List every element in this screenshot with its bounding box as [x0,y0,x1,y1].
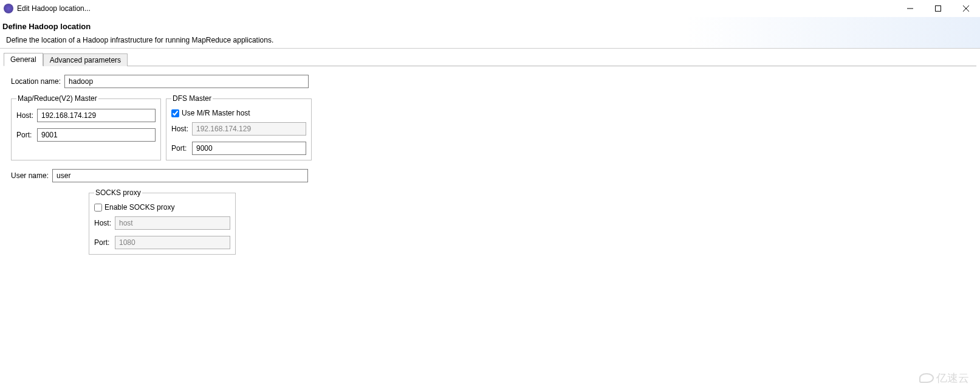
enable-socks-label: Enable SOCKS proxy [105,203,174,212]
tab-general[interactable]: General [4,53,43,66]
svg-rect-1 [936,6,941,12]
use-mr-host-label: Use M/R Master host [182,109,250,117]
use-mr-host-checkbox[interactable] [171,109,179,117]
mr-host-input[interactable] [37,109,156,122]
mr-port-input[interactable] [37,128,156,142]
window-titlebar: Edit Hadoop location... [0,0,980,17]
dfs-master-group: DFS Master Use M/R Master host Host: Por… [166,94,312,160]
socks-host-input [115,216,230,230]
mr-port-label: Port: [16,131,33,139]
wizard-header: Define Hadoop location Define the locati… [0,17,980,49]
dfs-host-label: Host: [171,125,188,133]
enable-socks-checkbox[interactable] [94,204,102,212]
location-name-input[interactable] [64,75,309,88]
tab-general-content: Location name: Map/Reduce(V2) Master Hos… [4,66,976,263]
window-title: Edit Hadoop location... [17,4,91,13]
user-name-input[interactable] [52,169,308,182]
mapreduce-master-legend: Map/Reduce(V2) Master [16,94,98,103]
socks-port-input [115,236,230,249]
location-name-label: Location name: [11,77,61,86]
page-description: Define the location of a Hadoop infrastr… [2,36,978,44]
watermark: 亿速云 [919,371,969,385]
maximize-button[interactable] [924,0,952,17]
mapreduce-master-group: Map/Reduce(V2) Master Host: Port: [11,94,161,160]
mr-host-label: Host: [16,111,33,120]
socks-proxy-group: SOCKS proxy Enable SOCKS proxy Host: Por… [89,188,236,255]
socks-proxy-legend: SOCKS proxy [94,188,142,197]
minimize-button[interactable] [896,0,924,17]
user-name-label: User name: [11,171,49,180]
app-icon [4,4,13,13]
dfs-host-input [192,122,306,136]
tabs-bar: General Advanced parameters [4,52,976,66]
page-title: Define Hadoop location [2,22,978,31]
close-button[interactable] [952,0,980,17]
tab-advanced-parameters[interactable]: Advanced parameters [43,53,128,66]
socks-port-label: Port: [94,238,111,247]
dfs-port-label: Port: [171,144,188,153]
socks-host-label: Host: [94,219,111,227]
dfs-port-input[interactable] [192,142,306,155]
dfs-master-legend: DFS Master [171,94,213,103]
watermark-text: 亿速云 [936,371,969,385]
watermark-icon [919,373,934,383]
window-controls-group [896,0,980,17]
